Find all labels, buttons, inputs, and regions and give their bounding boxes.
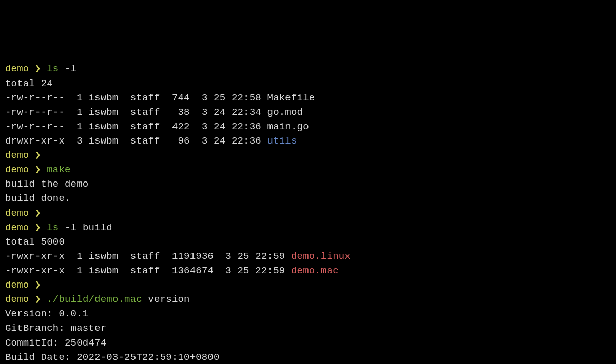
prompt-line[interactable]: demo ❯ ls -l build <box>5 220 611 235</box>
command: make <box>47 164 70 175</box>
ls-row: -rw-r--r-- 1 iswbm staff 744 3 25 22:58 … <box>5 91 611 105</box>
output-line: CommitId: 250d474 <box>5 336 611 350</box>
prompt-arrow-icon: ❯ <box>35 220 47 235</box>
prompt-line[interactable]: demo ❯ <box>5 148 611 163</box>
prompt-arrow-icon: ❯ <box>35 163 47 177</box>
command: ls <box>47 222 59 233</box>
ls-filename: demo.mac <box>291 265 339 276</box>
ls-row: drwxr-xr-x 3 iswbm staff 96 3 24 22:36 u… <box>5 134 611 148</box>
ls-filename: go.mod <box>267 107 303 118</box>
prompt-line[interactable]: demo ❯ ls -l <box>5 62 611 76</box>
prompt-arrow-icon: ❯ <box>35 62 47 76</box>
ls-row: -rw-r--r-- 1 iswbm staff 422 3 24 22:36 … <box>5 119 611 134</box>
ls-row: -rwxr-xr-x 1 iswbm staff 1364674 3 25 22… <box>5 264 611 278</box>
prompt-arrow-icon: ❯ <box>35 278 47 292</box>
ls-filename: main.go <box>267 121 309 132</box>
prompt-arrow-icon: ❯ <box>35 206 47 220</box>
command-arg-path: build <box>83 222 112 233</box>
command: ls <box>47 63 59 74</box>
output-line: build the demo <box>5 177 611 191</box>
ls-row: -rwxr-xr-x 1 iswbm staff 1191936 3 25 22… <box>5 249 611 264</box>
command: ./build/demo.mac <box>47 294 142 305</box>
command-arg: -l <box>59 63 76 74</box>
terminal-output[interactable]: demo ❯ ls -ltotal 24-rw-r--r-- 1 iswbm s… <box>5 62 611 364</box>
prompt-line[interactable]: demo ❯ <box>5 278 611 292</box>
output-line: Version: 0.0.1 <box>5 307 611 321</box>
output-line: total 24 <box>5 76 611 91</box>
prompt-line[interactable]: demo ❯ <box>5 206 611 220</box>
output-line: GitBranch: master <box>5 321 611 335</box>
prompt-arrow-icon: ❯ <box>35 148 47 163</box>
ls-filename: utils <box>267 135 297 147</box>
ls-row: -rw-r--r-- 1 iswbm staff 38 3 24 22:34 g… <box>5 105 611 119</box>
ls-filename: demo.linux <box>291 251 351 262</box>
output-line: build done. <box>5 191 611 206</box>
command-arg: -l <box>59 222 82 233</box>
ls-filename: Makefile <box>267 92 315 104</box>
prompt-line[interactable]: demo ❯ make <box>5 163 611 177</box>
output-line: Build Date: 2022-03-25T22:59:10+0800 <box>5 350 611 364</box>
command-arg: version <box>142 294 190 305</box>
prompt-arrow-icon: ❯ <box>35 292 47 307</box>
output-line: total 5000 <box>5 235 611 249</box>
prompt-line[interactable]: demo ❯ ./build/demo.mac version <box>5 292 611 307</box>
